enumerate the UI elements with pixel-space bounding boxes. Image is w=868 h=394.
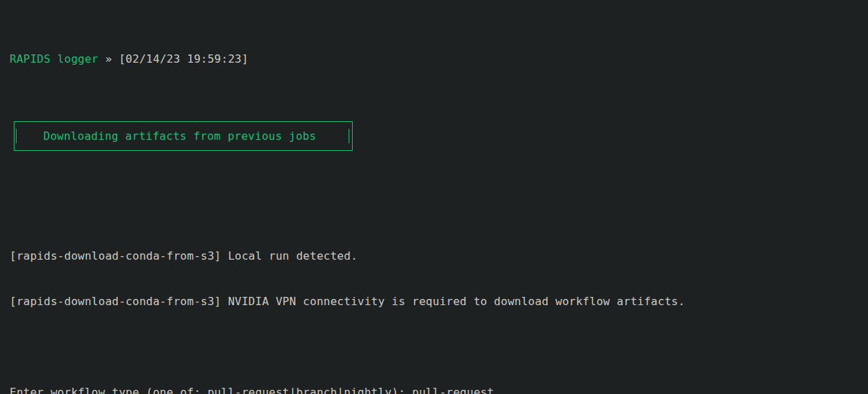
logger-header: RAPIDS logger » [02/14/23 19:59:23]: [10, 52, 868, 67]
header-spacer: [99, 52, 105, 65]
header-separator-icon: »: [105, 52, 112, 65]
logger-name: RAPIDS logger: [10, 52, 99, 65]
terminal-screen[interactable]: RAPIDS logger » [02/14/23 19:59:23] Down…: [0, 0, 868, 394]
header-spacer: [112, 52, 119, 65]
output-line: [10, 340, 868, 355]
banner-text: Downloading artifacts from previous jobs: [14, 129, 316, 144]
terminal-output: [rapids-download-conda-from-s3] Local ru…: [10, 218, 868, 394]
output-line: [rapids-download-conda-from-s3] NVIDIA V…: [10, 294, 868, 309]
header-timestamp: [02/14/23 19:59:23]: [118, 52, 248, 65]
output-line: [rapids-download-conda-from-s3] Local ru…: [10, 249, 868, 264]
output-line: Enter workflow type (one of: pull-reques…: [10, 385, 868, 394]
banner-box: Downloading artifacts from previous jobs: [14, 121, 353, 151]
